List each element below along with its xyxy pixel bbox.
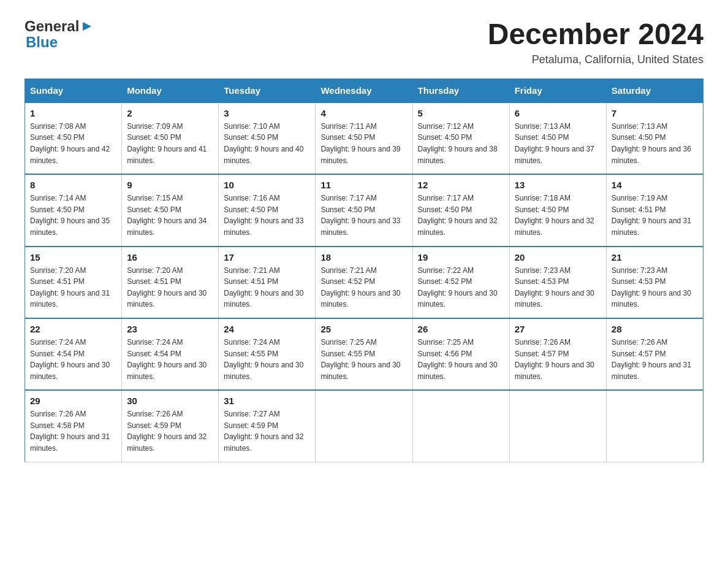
day-cell-14: 14 Sunrise: 7:19 AMSunset: 4:51 PMDaylig… — [606, 174, 703, 246]
calendar-table: SundayMondayTuesdayWednesdayThursdayFrid… — [25, 79, 703, 462]
day-cell-31: 31 Sunrise: 7:27 AMSunset: 4:59 PMDaylig… — [219, 390, 316, 462]
day-cell-16: 16 Sunrise: 7:20 AMSunset: 4:51 PMDaylig… — [122, 247, 219, 318]
day-info: Sunrise: 7:21 AMSunset: 4:51 PMDaylight:… — [224, 265, 310, 310]
day-cell-4: 4 Sunrise: 7:11 AMSunset: 4:50 PMDayligh… — [316, 102, 412, 174]
day-cell-20: 20 Sunrise: 7:23 AMSunset: 4:53 PMDaylig… — [509, 247, 606, 318]
week-row-2: 8 Sunrise: 7:14 AMSunset: 4:50 PMDayligh… — [25, 174, 703, 246]
day-number: 19 — [418, 252, 504, 262]
logo-arrow-icon — [80, 20, 94, 33]
day-number: 24 — [224, 324, 310, 334]
day-cell-26: 26 Sunrise: 7:25 AMSunset: 4:56 PMDaylig… — [412, 318, 509, 390]
day-number: 23 — [127, 324, 213, 334]
day-cell-30: 30 Sunrise: 7:26 AMSunset: 4:59 PMDaylig… — [122, 390, 219, 462]
day-info: Sunrise: 7:19 AMSunset: 4:51 PMDaylight:… — [612, 193, 698, 238]
day-number: 30 — [127, 396, 213, 406]
logo-general: General — [25, 18, 79, 34]
empty-cell — [509, 390, 606, 462]
day-number: 9 — [127, 180, 213, 190]
header-row: SundayMondayTuesdayWednesdayThursdayFrid… — [25, 79, 703, 102]
day-cell-21: 21 Sunrise: 7:23 AMSunset: 4:53 PMDaylig… — [606, 247, 703, 318]
logo: General Blue — [25, 18, 94, 51]
day-number: 21 — [612, 252, 698, 262]
day-cell-10: 10 Sunrise: 7:16 AMSunset: 4:50 PMDaylig… — [219, 174, 316, 246]
day-cell-8: 8 Sunrise: 7:14 AMSunset: 4:50 PMDayligh… — [25, 174, 122, 246]
week-row-3: 15 Sunrise: 7:20 AMSunset: 4:51 PMDaylig… — [25, 247, 703, 318]
day-info: Sunrise: 7:14 AMSunset: 4:50 PMDaylight:… — [30, 193, 116, 238]
col-header-monday: Monday — [122, 79, 219, 102]
day-number: 6 — [515, 108, 601, 118]
col-header-sunday: Sunday — [25, 79, 122, 102]
day-info: Sunrise: 7:17 AMSunset: 4:50 PMDaylight:… — [418, 193, 504, 238]
day-info: Sunrise: 7:21 AMSunset: 4:52 PMDaylight:… — [320, 265, 407, 310]
day-info: Sunrise: 7:25 AMSunset: 4:56 PMDaylight:… — [418, 337, 504, 382]
day-cell-24: 24 Sunrise: 7:24 AMSunset: 4:55 PMDaylig… — [219, 318, 316, 390]
day-number: 13 — [515, 180, 601, 190]
day-number: 10 — [224, 180, 310, 190]
day-cell-29: 29 Sunrise: 7:26 AMSunset: 4:58 PMDaylig… — [25, 390, 122, 462]
day-info: Sunrise: 7:12 AMSunset: 4:50 PMDaylight:… — [418, 121, 504, 166]
day-number: 8 — [30, 180, 116, 190]
day-cell-12: 12 Sunrise: 7:17 AMSunset: 4:50 PMDaylig… — [412, 174, 509, 246]
day-cell-6: 6 Sunrise: 7:13 AMSunset: 4:50 PMDayligh… — [509, 102, 606, 174]
svg-marker-0 — [83, 22, 91, 31]
col-header-tuesday: Tuesday — [219, 79, 316, 102]
day-number: 16 — [127, 252, 213, 262]
day-number: 14 — [612, 180, 698, 190]
day-info: Sunrise: 7:26 AMSunset: 4:59 PMDaylight:… — [127, 408, 213, 454]
month-title: December 2024 — [488, 18, 703, 51]
day-info: Sunrise: 7:09 AMSunset: 4:50 PMDaylight:… — [127, 121, 213, 166]
col-header-saturday: Saturday — [606, 79, 703, 102]
day-info: Sunrise: 7:20 AMSunset: 4:51 PMDaylight:… — [127, 265, 213, 310]
title-block: December 2024 Petaluma, California, Unit… — [488, 18, 703, 66]
day-cell-27: 27 Sunrise: 7:26 AMSunset: 4:57 PMDaylig… — [509, 318, 606, 390]
day-cell-17: 17 Sunrise: 7:21 AMSunset: 4:51 PMDaylig… — [219, 247, 316, 318]
day-number: 29 — [30, 396, 116, 406]
day-cell-13: 13 Sunrise: 7:18 AMSunset: 4:50 PMDaylig… — [509, 174, 606, 246]
day-cell-23: 23 Sunrise: 7:24 AMSunset: 4:54 PMDaylig… — [122, 318, 219, 390]
day-number: 22 — [30, 324, 116, 334]
day-cell-7: 7 Sunrise: 7:13 AMSunset: 4:50 PMDayligh… — [606, 102, 703, 174]
day-info: Sunrise: 7:18 AMSunset: 4:50 PMDaylight:… — [515, 193, 601, 238]
day-number: 26 — [418, 324, 504, 334]
day-number: 20 — [515, 252, 601, 262]
day-cell-25: 25 Sunrise: 7:25 AMSunset: 4:55 PMDaylig… — [316, 318, 412, 390]
day-info: Sunrise: 7:23 AMSunset: 4:53 PMDaylight:… — [612, 265, 698, 310]
day-number: 11 — [320, 180, 407, 190]
day-cell-2: 2 Sunrise: 7:09 AMSunset: 4:50 PMDayligh… — [122, 102, 219, 174]
day-number: 28 — [612, 324, 698, 334]
col-header-thursday: Thursday — [412, 79, 509, 102]
day-info: Sunrise: 7:26 AMSunset: 4:58 PMDaylight:… — [30, 408, 116, 454]
week-row-5: 29 Sunrise: 7:26 AMSunset: 4:58 PMDaylig… — [25, 390, 703, 462]
day-number: 4 — [320, 108, 407, 118]
day-cell-15: 15 Sunrise: 7:20 AMSunset: 4:51 PMDaylig… — [25, 247, 122, 318]
day-cell-9: 9 Sunrise: 7:15 AMSunset: 4:50 PMDayligh… — [122, 174, 219, 246]
page-header: General Blue December 2024 Petaluma, Cal… — [25, 18, 703, 66]
day-info: Sunrise: 7:08 AMSunset: 4:50 PMDaylight:… — [30, 121, 116, 166]
week-row-1: 1 Sunrise: 7:08 AMSunset: 4:50 PMDayligh… — [25, 102, 703, 174]
day-number: 31 — [224, 396, 310, 406]
day-info: Sunrise: 7:24 AMSunset: 4:54 PMDaylight:… — [127, 337, 213, 382]
location-subtitle: Petaluma, California, United States — [488, 53, 703, 66]
day-number: 7 — [612, 108, 698, 118]
day-info: Sunrise: 7:23 AMSunset: 4:53 PMDaylight:… — [515, 265, 601, 310]
logo-blue: Blue — [26, 34, 58, 50]
empty-cell — [606, 390, 703, 462]
day-info: Sunrise: 7:26 AMSunset: 4:57 PMDaylight:… — [612, 337, 698, 382]
day-number: 3 — [224, 108, 310, 118]
day-cell-28: 28 Sunrise: 7:26 AMSunset: 4:57 PMDaylig… — [606, 318, 703, 390]
week-row-4: 22 Sunrise: 7:24 AMSunset: 4:54 PMDaylig… — [25, 318, 703, 390]
day-info: Sunrise: 7:24 AMSunset: 4:55 PMDaylight:… — [224, 337, 310, 382]
day-info: Sunrise: 7:15 AMSunset: 4:50 PMDaylight:… — [127, 193, 213, 238]
day-info: Sunrise: 7:17 AMSunset: 4:50 PMDaylight:… — [320, 193, 407, 238]
empty-cell — [316, 390, 412, 462]
day-cell-18: 18 Sunrise: 7:21 AMSunset: 4:52 PMDaylig… — [316, 247, 412, 318]
day-info: Sunrise: 7:20 AMSunset: 4:51 PMDaylight:… — [30, 265, 116, 310]
day-number: 5 — [418, 108, 504, 118]
day-info: Sunrise: 7:16 AMSunset: 4:50 PMDaylight:… — [224, 193, 310, 238]
day-number: 1 — [30, 108, 116, 118]
day-info: Sunrise: 7:25 AMSunset: 4:55 PMDaylight:… — [320, 337, 407, 382]
day-cell-19: 19 Sunrise: 7:22 AMSunset: 4:52 PMDaylig… — [412, 247, 509, 318]
day-info: Sunrise: 7:24 AMSunset: 4:54 PMDaylight:… — [30, 337, 116, 382]
day-number: 25 — [320, 324, 407, 334]
day-cell-3: 3 Sunrise: 7:10 AMSunset: 4:50 PMDayligh… — [219, 102, 316, 174]
